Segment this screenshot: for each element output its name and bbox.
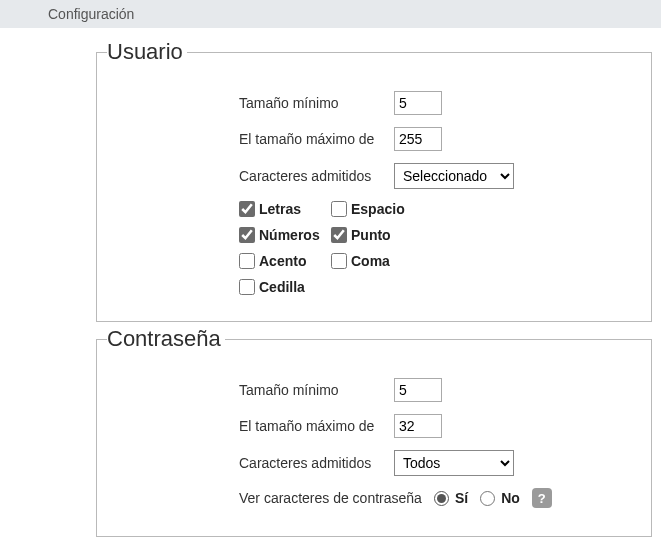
user-char-cedilla-label: Cedilla [259,279,305,295]
user-char-acento-checkbox[interactable] [239,253,255,269]
user-max-size-input[interactable] [394,127,442,151]
password-max-size-label: El tamaño máximo de [239,418,394,434]
user-char-espacio-checkbox[interactable] [331,201,347,217]
user-char-coma-label: Coma [351,253,390,269]
password-show-no-radio[interactable] [480,491,495,506]
user-char-letras-checkbox[interactable] [239,201,255,217]
user-legend: Usuario [107,39,187,65]
user-char-espacio-label: Espacio [351,201,405,217]
user-char-cedilla-checkbox[interactable] [239,279,255,295]
password-min-size-input[interactable] [394,378,442,402]
user-char-acento-label: Acento [259,253,306,269]
password-allowed-chars-label: Caracteres admitidos [239,455,394,471]
help-icon[interactable]: ? [532,488,552,508]
header-bar: Configuración [0,0,661,29]
user-max-size-label: El tamaño máximo de [239,131,394,147]
password-min-size-label: Tamaño mínimo [239,382,394,398]
user-min-size-label: Tamaño mínimo [239,95,394,111]
password-show-no-label: No [501,490,520,506]
password-show-chars-label: Ver caracteres de contraseña [239,490,422,506]
user-fieldset: Usuario Tamaño mínimo El tamaño máximo d… [96,39,652,322]
user-min-size-input[interactable] [394,91,442,115]
user-char-punto-label: Punto [351,227,391,243]
page-title: Configuración [48,6,134,22]
user-allowed-chars-label: Caracteres admitidos [239,168,394,184]
password-max-size-input[interactable] [394,414,442,438]
password-show-yes-radio[interactable] [434,491,449,506]
content: Usuario Tamaño mínimo El tamaño máximo d… [0,29,660,537]
password-allowed-chars-select[interactable]: Todos [394,450,514,476]
user-char-numeros-checkbox[interactable] [239,227,255,243]
user-allowed-chars-select[interactable]: Seleccionado [394,163,514,189]
user-char-punto-checkbox[interactable] [331,227,347,243]
password-legend: Contraseña [107,326,225,352]
user-char-numeros-label: Números [259,227,320,243]
user-char-letras-label: Letras [259,201,301,217]
password-fieldset: Contraseña Tamaño mínimo El tamaño máxim… [96,326,652,537]
user-char-coma-checkbox[interactable] [331,253,347,269]
password-show-yes-label: Sí [455,490,468,506]
